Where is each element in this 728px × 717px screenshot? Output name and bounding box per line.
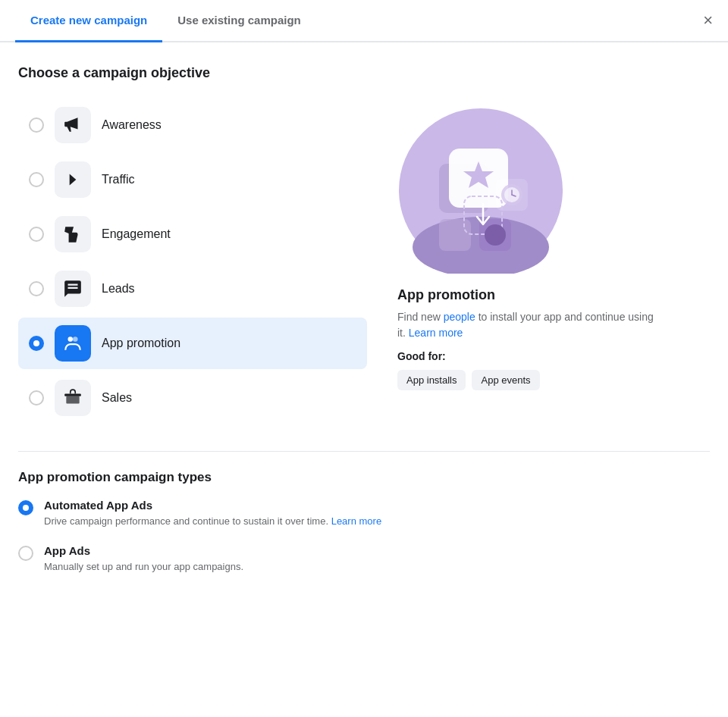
- radio-leads[interactable]: [29, 281, 44, 296]
- radio-automated-app-ads[interactable]: [18, 500, 33, 515]
- tags-container: App installs App events: [397, 370, 540, 390]
- radio-awareness[interactable]: [29, 117, 44, 133]
- tabs-bar: Create new campaign Use existing campaig…: [0, 0, 728, 42]
- section-title: Choose a campaign objective: [18, 65, 710, 81]
- leads-label: Leads: [102, 282, 135, 296]
- preview-panel: App promotion Find new people to install…: [397, 99, 710, 424]
- objective-item-sales[interactable]: Sales: [18, 372, 367, 424]
- sales-icon: [55, 380, 91, 416]
- tab-create-new[interactable]: Create new campaign: [15, 0, 162, 42]
- leads-icon: [55, 271, 91, 307]
- app-promotion-icon: [55, 325, 91, 362]
- radio-engagement[interactable]: [29, 227, 44, 242]
- svg-rect-8: [439, 219, 471, 251]
- radio-traffic[interactable]: [29, 172, 44, 187]
- tag-app-events: App events: [472, 370, 539, 390]
- app-ads-text: App Ads Manually set up and run your app…: [44, 544, 243, 575]
- modal: Create new campaign Use existing campaig…: [0, 0, 728, 717]
- objective-item-engagement[interactable]: Engagement: [18, 208, 367, 260]
- close-button[interactable]: ×: [703, 12, 713, 29]
- svg-rect-3: [66, 396, 79, 404]
- app-ads-desc: Manually set up and run your app campaig…: [44, 559, 243, 575]
- automated-learn-more-link[interactable]: Learn more: [331, 515, 381, 527]
- traffic-icon: [55, 161, 91, 198]
- tag-app-installs: App installs: [397, 370, 466, 390]
- radio-sales[interactable]: [29, 390, 44, 405]
- svg-rect-2: [64, 394, 81, 396]
- main-layout: Awareness Traffic: [18, 99, 710, 424]
- app-promotion-label: App promotion: [102, 337, 180, 350]
- awareness-icon: [55, 107, 91, 143]
- campaign-type-app-ads[interactable]: App Ads Manually set up and run your app…: [18, 544, 710, 575]
- objective-item-traffic[interactable]: Traffic: [18, 154, 367, 205]
- desc-before-link: Find new: [397, 311, 444, 323]
- objective-item-awareness[interactable]: Awareness: [18, 99, 367, 151]
- objective-item-app-promotion[interactable]: App promotion: [18, 318, 367, 369]
- campaign-types-title: App promotion campaign types: [18, 470, 710, 485]
- preview-title: App promotion: [397, 287, 495, 303]
- learn-more-link-preview[interactable]: Learn more: [409, 327, 463, 339]
- preview-illustration: [397, 107, 564, 274]
- sales-label: Sales: [102, 391, 132, 405]
- objective-item-leads[interactable]: Leads: [18, 263, 367, 315]
- good-for-label: Good for:: [397, 350, 446, 362]
- svg-point-18: [485, 224, 506, 246]
- engagement-label: Engagement: [102, 227, 171, 241]
- radio-app-ads[interactable]: [18, 546, 33, 561]
- campaign-type-automated[interactable]: Automated App Ads Drive campaign perform…: [18, 499, 710, 529]
- preview-description: Find new people to install your app and …: [397, 309, 655, 341]
- svg-point-1: [73, 337, 78, 342]
- campaign-types-section: App promotion campaign types Automated A…: [18, 451, 710, 574]
- automated-desc-text: Drive campaign performance and continue …: [44, 515, 328, 527]
- traffic-label: Traffic: [102, 173, 135, 186]
- app-ads-label: App Ads: [44, 544, 243, 557]
- engagement-icon: [55, 216, 91, 252]
- automated-app-ads-desc: Drive campaign performance and continue …: [44, 514, 381, 529]
- radio-app-promotion[interactable]: [29, 336, 44, 351]
- objectives-list: Awareness Traffic: [18, 99, 367, 424]
- tab-use-existing[interactable]: Use existing campaign: [162, 0, 316, 42]
- content-area: Choose a campaign objective Awareness: [0, 42, 728, 612]
- people-link[interactable]: people: [444, 311, 475, 323]
- automated-app-ads-text: Automated App Ads Drive campaign perform…: [44, 499, 381, 529]
- automated-app-ads-label: Automated App Ads: [44, 499, 381, 512]
- awareness-label: Awareness: [102, 118, 162, 132]
- svg-point-0: [68, 337, 74, 342]
